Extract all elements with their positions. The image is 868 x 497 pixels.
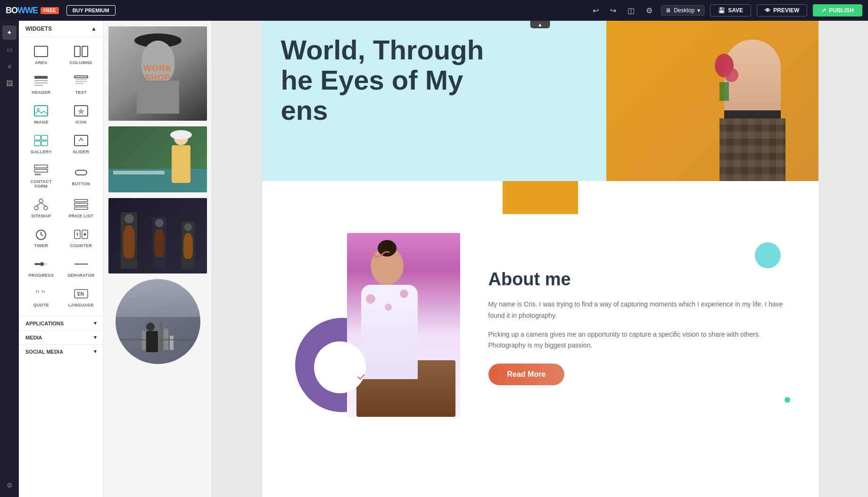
svg-line-30 xyxy=(41,203,46,206)
about-text: About me My name is Cris. I was trying t… xyxy=(488,269,790,385)
save-icon: 💾 xyxy=(718,7,725,14)
svg-point-44 xyxy=(40,262,44,266)
svg-rect-1 xyxy=(74,46,80,57)
canvas-area[interactable]: ▲ World, Through he Eyes of My ens xyxy=(212,21,868,497)
svg-rect-15 xyxy=(34,135,41,140)
rail-settings-icon[interactable]: ⚙ xyxy=(2,478,17,492)
widget-language[interactable]: EN LANGUAGE xyxy=(62,282,101,311)
svg-rect-23 xyxy=(34,169,48,172)
thumbnail-2[interactable] xyxy=(107,125,208,193)
read-more-button[interactable]: Read More xyxy=(488,364,565,385)
widget-price-list[interactable]: PRICE LIST xyxy=(62,193,101,222)
preview-icon: 👁 xyxy=(765,7,770,14)
counter-icon xyxy=(74,228,89,241)
rail-assets-icon[interactable]: 🖼 xyxy=(2,76,17,91)
widget-sitemap[interactable]: SITEMAP xyxy=(22,193,61,222)
decorative-row xyxy=(262,181,818,214)
widget-progress[interactable]: PROGRESS xyxy=(22,253,61,282)
about-photo-collage xyxy=(290,233,460,422)
free-badge: FREE xyxy=(41,7,59,14)
checkmark-decoration xyxy=(356,372,366,384)
timer-icon xyxy=(33,228,49,241)
slider-icon xyxy=(74,134,89,147)
applications-section[interactable]: APPLICATIONS ▾ xyxy=(19,316,103,328)
svg-rect-3 xyxy=(34,76,48,79)
thumbnail-1-image: WORK SHOP xyxy=(108,26,207,121)
thumbnail-2-image xyxy=(108,126,207,192)
widget-area[interactable]: AREA xyxy=(22,40,61,69)
social-media-chevron-icon: ▾ xyxy=(94,348,97,355)
widgets-panel: WIDGETS ▲ AREA COLUMNS xyxy=(19,21,104,497)
widget-quote[interactable]: "" QUOTE xyxy=(22,282,61,311)
settings-button[interactable]: ⚙ xyxy=(643,4,655,17)
svg-point-28 xyxy=(44,206,48,210)
hero-section: World, Through he Eyes of My ens xyxy=(262,21,818,181)
gallery-icon xyxy=(33,134,49,147)
undo-button[interactable]: ↩ xyxy=(590,4,602,17)
svg-rect-33 xyxy=(74,207,88,209)
widget-button[interactable]: BUTTON xyxy=(62,159,101,192)
buy-premium-button[interactable]: BUY PREMIUM xyxy=(66,5,116,16)
svg-text:EN: EN xyxy=(77,291,84,297)
main-layout: ✦ ▭ ≡ 🖼 ⚙ WIDGETS ▲ AREA COLUMNS xyxy=(0,21,868,497)
svg-rect-7 xyxy=(74,76,88,78)
widgets-panel-header: WIDGETS ▲ xyxy=(19,21,103,37)
rail-widgets-icon[interactable]: ✦ xyxy=(2,25,17,40)
publish-icon: ↗ xyxy=(821,7,826,14)
widget-slider[interactable]: SLIDER xyxy=(62,129,101,158)
green-dot-decoration xyxy=(785,397,790,403)
device-label: Desktop xyxy=(674,7,694,14)
svg-rect-24 xyxy=(34,174,41,175)
thumbnail-4[interactable] xyxy=(107,278,208,365)
teal-circle-decoration xyxy=(755,242,781,268)
thumbnail-3[interactable] xyxy=(107,197,208,274)
icon-widget-icon xyxy=(74,104,89,117)
monitor-icon: 🖥 xyxy=(665,7,671,14)
svg-text:": " xyxy=(35,288,40,299)
applications-chevron-icon: ▾ xyxy=(94,320,97,326)
scroll-up-indicator[interactable]: ▲ xyxy=(530,21,550,28)
language-icon: EN xyxy=(74,287,89,300)
hero-image-block xyxy=(606,21,818,181)
widget-timer[interactable]: TIMER xyxy=(22,223,61,252)
widget-gallery[interactable]: GALLERY xyxy=(22,129,61,158)
layers-button[interactable]: ◫ xyxy=(625,4,637,17)
about-section: About me My name is Cris. I was trying t… xyxy=(262,214,818,440)
social-media-section[interactable]: SOCIAL MEDIA ▾ xyxy=(19,344,103,356)
svg-point-27 xyxy=(34,206,38,210)
widget-columns[interactable]: COLUMNS xyxy=(62,40,101,69)
widget-contact-form[interactable]: CONTACT Form xyxy=(22,159,61,192)
svg-rect-18 xyxy=(41,141,48,146)
svg-rect-2 xyxy=(82,46,88,57)
rail-layers-icon[interactable]: ≡ xyxy=(2,59,17,74)
redo-button[interactable]: ↪ xyxy=(607,4,619,17)
widget-icon-item[interactable]: ICON xyxy=(62,99,101,128)
svg-marker-14 xyxy=(77,108,85,115)
svg-rect-19 xyxy=(74,135,88,146)
preview-button[interactable]: 👁 PREVIEW xyxy=(757,4,807,17)
canvas-page: World, Through he Eyes of My ens xyxy=(262,21,818,497)
svg-line-36 xyxy=(41,235,43,236)
collapse-icon[interactable]: ▲ xyxy=(91,25,97,32)
svg-rect-0 xyxy=(34,46,48,57)
svg-rect-22 xyxy=(34,165,48,168)
device-selector[interactable]: 🖥 Desktop ▾ xyxy=(661,5,704,16)
widget-image[interactable]: IMAGE xyxy=(22,99,61,128)
rail-pages-icon[interactable]: ▭ xyxy=(2,42,17,57)
thumbnail-1[interactable]: WORK SHOP xyxy=(107,25,208,122)
header-icon xyxy=(33,75,49,88)
svg-rect-25 xyxy=(75,170,87,175)
chevron-down-icon: ▾ xyxy=(697,7,700,14)
button-icon xyxy=(74,166,89,179)
widget-separator[interactable]: SEPARATOR xyxy=(62,253,101,282)
text-icon xyxy=(74,75,89,88)
widget-text[interactable]: TEXT xyxy=(62,70,101,99)
about-para-2: Picking up a camera gives me an opportun… xyxy=(488,329,790,352)
progress-icon xyxy=(33,257,49,271)
save-button[interactable]: 💾 SAVE xyxy=(710,4,751,17)
svg-rect-16 xyxy=(41,135,48,140)
media-section[interactable]: MEDIA ▾ xyxy=(19,330,103,342)
widget-header[interactable]: HEADER xyxy=(22,70,61,99)
publish-button[interactable]: ↗ PUBLISH xyxy=(813,4,862,17)
widget-counter[interactable]: COUNTER xyxy=(62,223,101,252)
